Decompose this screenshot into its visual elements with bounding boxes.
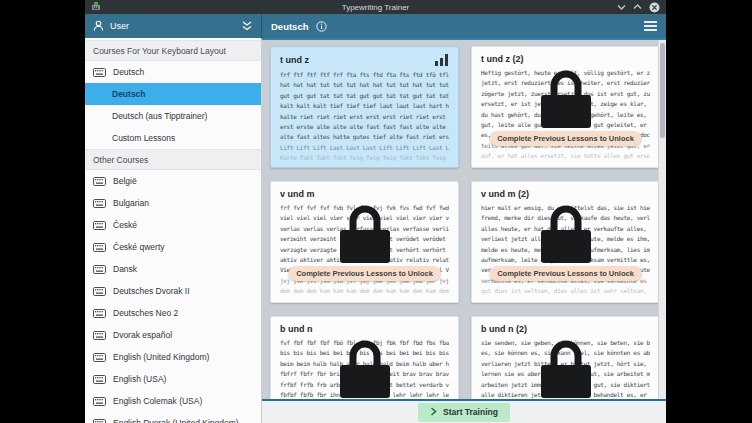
preview-line: hat hat hat tut tut tut hat hat tut tut … [280, 80, 449, 90]
titlebar: Typewriting Trainer [85, 0, 666, 14]
content: Courses For Your Keyboard Layout Deutsch… [85, 40, 666, 423]
vertical-scrollbar[interactable] [658, 40, 666, 399]
user-panel-toggle[interactable]: User [85, 14, 262, 40]
lesson-card[interactable]: t und z (2) Heftig gestört, heute erzähl… [471, 46, 658, 168]
user-icon [93, 17, 104, 35]
keyboard-icon [93, 353, 106, 362]
preview-line: Lift Lift Lift Last Last Last Lift Lift … [280, 143, 449, 153]
play-chevron-icon [430, 407, 437, 418]
sidebar-item-course[interactable]: České qwerty [85, 236, 261, 258]
close-button[interactable] [649, 2, 660, 13]
keyboard-icon [93, 397, 106, 406]
lock-icon [540, 67, 592, 133]
keyboard-icon [93, 331, 106, 340]
sidebar-item-course[interactable]: Dvorak español [85, 324, 261, 346]
sidebar-item-label: Dansk [113, 264, 137, 274]
sidebar-item-course[interactable]: English Colemak (USA) [85, 390, 261, 412]
keyboard-icon [93, 177, 106, 186]
sidebar-item-label: English (United Kingdom) [113, 352, 209, 362]
sidebar-item-course[interactable]: Dansk [85, 258, 261, 280]
sidebar-item-deutsch-selected[interactable]: Deutsch [85, 83, 261, 105]
sidebar-item-label: English Dvorak (United Kingdom) [113, 418, 239, 423]
keyboard-icon [93, 375, 106, 384]
unlock-hint-pill: Complete Previous Lessons to Unlock [489, 266, 642, 281]
header: User Deutsch [85, 14, 666, 40]
keyboard-icon [93, 265, 106, 274]
footer-bar: Start Training [262, 399, 666, 423]
sidebar-item-course[interactable]: Bulgarian [85, 192, 261, 214]
sidebar-item-label: Deutsch [112, 89, 146, 99]
lesson-preview-text: frf ftf ftf ftf frf fta fts ftd fta fts … [271, 68, 458, 164]
bar-chart-icon [435, 54, 449, 66]
lesson-title: b und n [280, 324, 313, 334]
preview-line: gut dies ist seltsam, dies alles ist seh… [481, 286, 650, 296]
sidebar-item-course-group[interactable]: Deutsch [85, 61, 261, 83]
lesson-card[interactable]: t und z frf ftf ftf ftf frf fta fts ftd … [270, 46, 459, 168]
sidebar-item-course[interactable]: České [85, 214, 261, 236]
lesson-card[interactable]: v und m frf fvf fvf fvf fvb fvl fvm fvj … [270, 181, 459, 303]
keyboard-icon [93, 419, 106, 423]
sidebar-item-course[interactable]: English (United Kingdom) [85, 346, 261, 368]
lesson-card[interactable]: b und n fvf fbf fbf fbf fbö fbl fbm fbj … [270, 316, 459, 399]
start-training-button[interactable]: Start Training [418, 403, 510, 422]
sidebar-item-course[interactable]: English (USA) [85, 368, 261, 390]
sidebar-item-course[interactable]: Deutsches Dvorak II [85, 280, 261, 302]
lesson-grid: t und z frf ftf ftf ftf frf fta fts ftd … [262, 40, 658, 399]
sidebar-item-label: English Colemak (USA) [113, 396, 202, 406]
sidebar-item-course[interactable]: België [85, 170, 261, 192]
unlock-hint-pill: Complete Previous Lessons to Unlock [489, 131, 642, 146]
course-sidebar: Courses For Your Keyboard Layout Deutsch… [85, 40, 262, 423]
preview-line: gut gut gut tat tat tat gut gut tat tat … [280, 91, 449, 101]
sidebar-item-label: Custom Lessons [112, 133, 175, 143]
double-chevron-down-icon [241, 21, 253, 31]
minimize-button[interactable] [617, 3, 626, 11]
section-courses-for-layout: Courses For Your Keyboard Layout [85, 40, 261, 61]
lesson-title: v und m (2) [481, 189, 529, 199]
lesson-title: v und m [280, 189, 315, 199]
lock-icon [339, 337, 391, 399]
preview-line: dem dem dem kam kam kam dem dem kam kam … [280, 286, 449, 296]
course-title: Deutsch [271, 21, 308, 32]
keyboard-icon [93, 199, 106, 208]
window-title: Typewriting Trainer [85, 3, 666, 12]
sidebar-item-label: Deutsch [113, 67, 144, 77]
lock-icon [339, 202, 391, 268]
sidebar-item-label: English (USA) [113, 374, 166, 384]
unlock-hint-pill: Complete Previous Lessons to Unlock [288, 266, 441, 281]
sidebar-item-deutsch-tipptrainer[interactable]: Deutsch (aus Tipptrainer) [85, 105, 261, 127]
lesson-card[interactable]: b und n (2) sie senden, sie geben, sie k… [471, 316, 658, 399]
sidebar-item-course[interactable]: Deutsches Neo 2 [85, 302, 261, 324]
scrollbar-handle[interactable] [660, 43, 665, 138]
app-window: Typewriting Trainer [85, 0, 666, 423]
sidebar-item-label: Bulgarian [113, 198, 149, 208]
preview-line: kalte riet riet riet erst erst erst riet… [280, 112, 449, 122]
preview-line: kalt kalt kalt tief tief tief laut laut … [280, 101, 449, 111]
lesson-title: b und n (2) [481, 324, 527, 334]
preview-line: auf, er hat alles ersetzt, sie hatte all… [481, 151, 650, 161]
hamburger-menu-icon[interactable] [644, 21, 657, 31]
user-label: User [110, 21, 129, 31]
lesson-card[interactable]: v und m (2) hier malt er emsig, du vermi… [471, 181, 658, 303]
keyboard-icon [93, 221, 106, 230]
start-button-label: Start Training [443, 407, 498, 417]
maximize-button[interactable] [633, 3, 642, 11]
main-header: Deutsch [262, 14, 666, 40]
lock-icon [540, 202, 592, 268]
sidebar-item-label: Dvorak español [113, 330, 172, 340]
preview-line: alte fast altes hatte gutes tief alte fa… [280, 132, 449, 142]
keyboard-icon [93, 309, 106, 318]
preview-line: erst erste alte alte alte fast fast fast… [280, 122, 449, 132]
sidebar-item-label: České [113, 220, 137, 230]
lesson-title: t und z (2) [481, 54, 524, 64]
preview-line: frf ftf ftf ftf frf fta fts ftd fta fts … [280, 70, 449, 80]
sidebar-item-label: Deutsches Dvorak II [113, 286, 190, 296]
section-other-courses: Other Courses [85, 149, 261, 170]
sidebar-item-label: České qwerty [113, 242, 165, 252]
keyboard-icon [93, 68, 106, 77]
preview-line: Karte Takt Takt Takt Teig Teig Teig Takt… [280, 153, 449, 163]
sidebar-item-label: België [113, 176, 137, 186]
sidebar-item-course[interactable]: English Dvorak (United Kingdom) [85, 412, 261, 423]
info-icon[interactable] [316, 21, 327, 32]
lesson-title: t und z [280, 55, 309, 65]
sidebar-item-custom-lessons[interactable]: Custom Lessons [85, 127, 261, 149]
